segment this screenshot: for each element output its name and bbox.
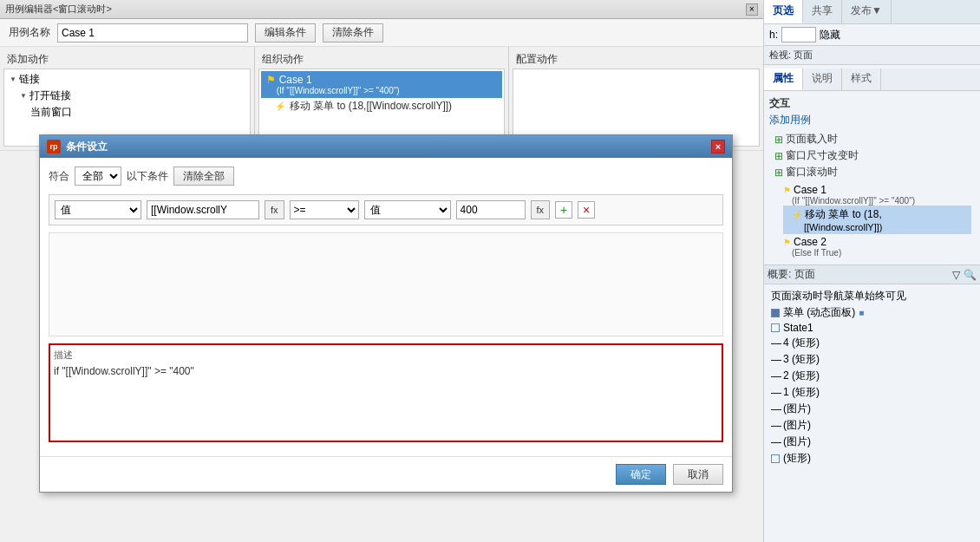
outline-list: 页面滚动时导航菜单始终可见 菜单 (动态面板) ■ State1 — 4 (矩形…	[764, 284, 980, 470]
fx1-button[interactable]: fx	[265, 200, 284, 219]
page-title-text: 页面滚动时导航菜单始终可见	[771, 289, 906, 304]
clear-condition-button[interactable]: 清除条件	[323, 23, 383, 42]
outline-menu[interactable]: 菜单 (动态面板) ■	[768, 304, 977, 321]
scroll-label: 窗口滚动时	[786, 165, 838, 180]
link-label: 链接	[19, 72, 40, 87]
move-tree-label2: [[Window.scrollY]])	[792, 222, 963, 232]
delete-condition-button[interactable]: ×	[578, 201, 595, 219]
link-item[interactable]: ▼ 链接	[6, 71, 248, 88]
case2-tree-flag: ⚑	[783, 238, 791, 247]
menu-sq-icon	[771, 309, 780, 317]
scroll-event[interactable]: ⊞ 窗口滚动时	[773, 164, 975, 180]
page-load-label: 页面载入时	[786, 132, 838, 147]
add-condition-button[interactable]: +	[555, 201, 572, 219]
tab-page-select[interactable]: 页选	[764, 0, 803, 23]
case1-condition: (If "[[Window.scrollY]]" >= "400")	[266, 86, 498, 95]
tab-description[interactable]: 说明	[803, 69, 842, 90]
search-icon[interactable]: 🔍	[964, 269, 977, 281]
tab-publish[interactable]: 发布▼	[842, 0, 892, 23]
outline-page-title: 页面滚动时导航菜单始终可见	[768, 288, 977, 304]
move-action-item[interactable]: ⚡ 移动 菜单 to (18,[[Window.scrollY]])	[261, 98, 503, 114]
description-section: 描述 if "[[Window.scrollY]]" >= "400"	[49, 343, 723, 442]
outline-header: 概要: 页面 ▽ 🔍	[764, 265, 980, 284]
clear-all-button[interactable]: 清除全部	[173, 167, 234, 186]
rect4-label: 4 (矩形)	[783, 336, 820, 350]
triangle-icon2: ▼	[20, 92, 27, 100]
open-link-label: 打开链接	[29, 88, 71, 103]
resize-event[interactable]: ⊞ 窗口尺寸改变时	[773, 147, 975, 164]
rect3-label: 3 (矩形)	[783, 352, 820, 367]
add-action-header: 添加动作	[3, 50, 251, 69]
outline-img3[interactable]: — (图片)	[768, 434, 977, 450]
move-tree-row[interactable]: ⚡ 移动 菜单 to (18, [[Window.scrollY]])	[783, 206, 971, 234]
add-case-link[interactable]: 添加用例	[769, 113, 975, 127]
condition-type-select[interactable]: 值	[55, 200, 141, 219]
rect1-label: 1 (矩形)	[783, 385, 820, 400]
open-link-item[interactable]: ▼ 打开链接	[6, 88, 248, 104]
desc-textarea[interactable]: if "[[Window.scrollY]]" >= "400"	[54, 365, 718, 434]
h-input[interactable]	[781, 27, 816, 42]
value-input[interactable]	[456, 200, 526, 219]
modal-toolbar: 符合 全部 以下条件 清除全部	[49, 167, 723, 186]
value-type-select[interactable]: 值	[364, 200, 451, 219]
case1-tree-node[interactable]: ⚑ Case 1 (If "[[Window.scrollY]]" >= "40…	[783, 184, 971, 234]
filter-icon[interactable]: ▽	[952, 269, 960, 281]
fx2-button[interactable]: fx	[531, 200, 551, 219]
hide-label: 隐藏	[820, 28, 840, 42]
resize-label: 窗口尺寸改变时	[786, 148, 859, 163]
outline-img2[interactable]: — (图片)	[768, 417, 977, 434]
modal-footer: 确定 取消	[40, 456, 732, 492]
case1-tree-flag: ⚑	[783, 186, 791, 195]
operator-select[interactable]: >=	[290, 200, 359, 219]
outline-rect-bottom[interactable]: (矩形)	[768, 450, 977, 467]
outline-state1[interactable]: State1	[768, 321, 977, 335]
tab-properties[interactable]: 属性	[764, 69, 803, 90]
move-action-label: 移动 菜单 to (18,[[Window.scrollY]])	[290, 100, 452, 112]
condition-empty-area	[49, 232, 723, 336]
variable-input[interactable]	[147, 200, 259, 219]
close-button[interactable]: ×	[746, 3, 758, 16]
current-window-item[interactable]: 当前窗口	[6, 104, 248, 121]
state1-sq-icon	[771, 323, 780, 332]
rect2-label: 2 (矩形)	[783, 369, 820, 383]
case1-flag-icon: ⚑	[266, 74, 276, 86]
case1-tree-row[interactable]: ⚑ Case 1	[783, 184, 971, 196]
img2-label: (图片)	[783, 418, 811, 433]
h-label: h:	[769, 29, 778, 41]
outline-img1[interactable]: — (图片)	[768, 401, 977, 417]
case2-tree-row[interactable]: ⚑ Case 2	[783, 236, 971, 248]
right-tree: ⚑ Case 1 (If "[[Window.scrollY]]" >= "40…	[769, 180, 975, 261]
match-select[interactable]: 全部	[75, 167, 121, 186]
move-tree-label1: 移动 菜单 to (18,	[805, 208, 882, 220]
title-bar-text: 用例编辑器<窗口滚动时>	[5, 3, 112, 16]
edit-condition-button[interactable]: 编辑条件	[255, 23, 316, 42]
scroll-icon: ⊞	[774, 167, 783, 179]
rp-logo: rp	[47, 140, 61, 153]
outline-rect4[interactable]: — 4 (矩形)	[768, 335, 977, 351]
page-load-icon: ⊞	[774, 134, 783, 146]
img3-label: (图片)	[783, 434, 811, 449]
event-list: ⊞ 页面载入时 ⊞ 窗口尺寸改变时 ⊞ 窗口滚动时	[773, 131, 975, 180]
outline-rect2[interactable]: — 2 (矩形)	[768, 368, 977, 384]
case2-tree-node[interactable]: ⚑ Case 2 (Else If True)	[783, 236, 971, 258]
cancel-button[interactable]: 取消	[673, 464, 723, 485]
rect-bottom-label: (矩形)	[783, 451, 811, 466]
tab-style[interactable]: 样式	[842, 69, 881, 90]
page-load-event[interactable]: ⊞ 页面载入时	[773, 131, 975, 147]
modal-close-button[interactable]: ×	[711, 140, 725, 153]
tab-share[interactable]: 共享	[803, 0, 842, 23]
case1-title: Case 1	[279, 74, 312, 86]
toolbar: 用例名称 编辑条件 清除条件	[0, 19, 763, 47]
h-row: h: 隐藏	[764, 24, 980, 46]
outline-rect1[interactable]: — 1 (矩形)	[768, 384, 977, 401]
main-editor: 用例编辑器<窗口滚动时> × 用例名称 编辑条件 清除条件 添加动作 ▼ 链接 …	[0, 0, 763, 542]
outline-rect3[interactable]: — 3 (矩形)	[768, 351, 977, 368]
desc-label: 描述	[54, 349, 718, 362]
confirm-button[interactable]: 确定	[616, 464, 666, 485]
organize-action-header: 组织动作	[258, 50, 506, 69]
case1-item[interactable]: ⚑ Case 1 (If "[[Window.scrollY]]" >= "40…	[261, 71, 503, 98]
state1-label: State1	[783, 322, 813, 334]
current-window-label: 当前窗口	[30, 105, 72, 120]
case-label: 用例名称	[9, 25, 50, 40]
case-name-input[interactable]	[57, 23, 248, 42]
